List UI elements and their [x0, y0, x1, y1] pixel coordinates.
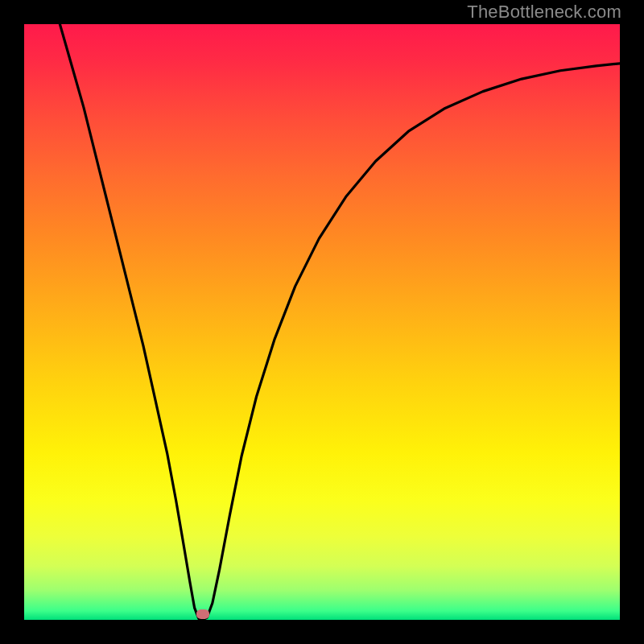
bottleneck-curve — [60, 24, 620, 620]
chart-frame: TheBottleneck.com — [0, 0, 644, 644]
optimal-marker — [196, 609, 209, 619]
plot-area — [24, 24, 620, 620]
watermark-text: TheBottleneck.com — [467, 2, 621, 23]
curve-layer — [24, 24, 620, 620]
